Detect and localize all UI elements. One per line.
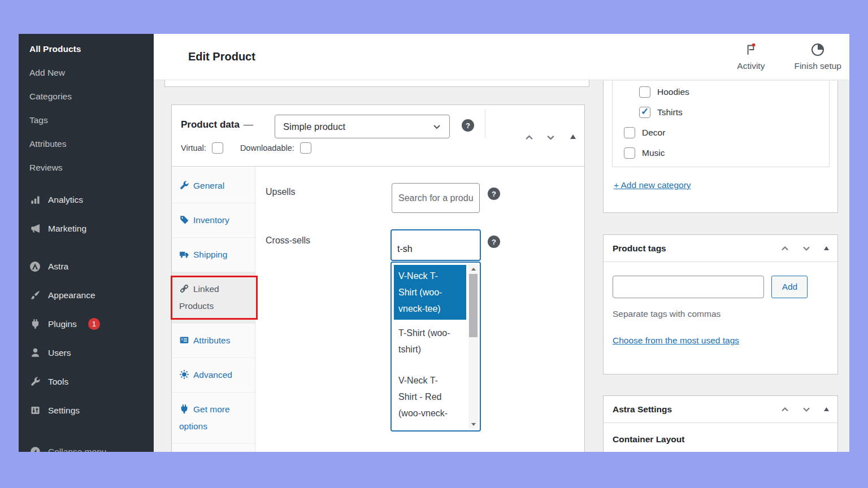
product-title-field-partial[interactable]	[164, 80, 589, 87]
sidebar-item-analytics[interactable]: Analytics	[19, 185, 154, 214]
metabox-move-up-icon[interactable]	[780, 244, 789, 253]
plugins-update-badge: 1	[88, 318, 100, 330]
metabox-toggle-icon[interactable]	[823, 407, 830, 412]
sidebar-item-categories[interactable]: Categories	[19, 85, 154, 108]
upsells-help-icon[interactable]	[488, 188, 500, 200]
tab-inventory[interactable]: Inventory	[172, 203, 255, 238]
tab-linked-products[interactable]: Linked Products	[172, 272, 255, 324]
finish-setup-button[interactable]: Finish setup	[794, 42, 841, 71]
category-checkbox[interactable]	[639, 86, 650, 98]
metabox-move-up-icon[interactable]	[780, 405, 789, 414]
product-type-value: Simple product	[283, 121, 345, 132]
container-layout-label: Container Layout	[604, 423, 837, 445]
sidebar-item-astra[interactable]: Astra	[19, 252, 154, 281]
cross-sells-help-icon[interactable]	[488, 236, 500, 248]
activity-button[interactable]: Activity	[737, 42, 765, 71]
sidebar-item-add-new[interactable]: Add New	[19, 61, 154, 85]
sidebar-item-plugins[interactable]: Plugins 1	[19, 310, 154, 338]
sidebar-item-label: Add New	[29, 68, 65, 78]
sidebar-item-label: Appearance	[48, 290, 96, 300]
sidebar-item-settings[interactable]: Settings	[19, 396, 154, 425]
search-suggestions-dropdown: V-Neck T- Shirt (woo- vneck-tee) T-Shirt…	[390, 262, 481, 432]
metabox-move-down-icon[interactable]	[802, 244, 811, 253]
category-label: Decor	[642, 128, 665, 138]
category-list: Hoodies Tshirts Decor Music	[612, 81, 830, 167]
suggestion-item[interactable]: V-Neck T- Shirt (woo- vneck-tee)	[394, 265, 466, 320]
tab-label: General	[193, 181, 224, 190]
tag-icon	[179, 215, 189, 225]
metabox-move-up-icon[interactable]	[524, 133, 534, 142]
sidebar-item-label: Users	[48, 348, 71, 358]
tab-advanced[interactable]: Advanced	[172, 358, 255, 393]
page-title: Edit Product	[188, 50, 255, 63]
sidebar-item-tools[interactable]: Tools	[19, 367, 154, 396]
category-checkbox[interactable]	[624, 147, 635, 159]
megaphone-icon	[29, 223, 41, 234]
dropdown-scrollbar[interactable]	[468, 264, 478, 429]
virtual-checkbox[interactable]	[212, 142, 223, 154]
sidebar-item-appearance[interactable]: Appearance	[19, 281, 154, 310]
sidebar-item-marketing[interactable]: Marketing	[19, 214, 154, 243]
category-row-hoodies[interactable]: Hoodies	[613, 82, 829, 102]
downloadable-checkbox[interactable]	[300, 142, 311, 154]
category-label: Hoodies	[657, 87, 689, 97]
category-row-music[interactable]: Music	[613, 143, 829, 163]
category-row-tshirts[interactable]: Tshirts	[613, 102, 829, 123]
new-tag-input[interactable]	[613, 276, 764, 298]
sidebar-item-tags[interactable]: Tags	[19, 108, 154, 132]
category-checkbox-checked[interactable]	[639, 107, 650, 118]
paintbrush-icon	[29, 290, 41, 301]
sidebar-item-all-products[interactable]: All Products	[19, 37, 154, 61]
suggestion-line: Shirt - Red	[398, 389, 465, 405]
product-type-help-icon[interactable]	[462, 119, 474, 132]
add-new-category-link[interactable]: + Add new category	[614, 180, 691, 190]
link-icon	[179, 284, 189, 294]
sidebar-item-attributes[interactable]: Attributes	[19, 132, 154, 156]
product-tags-title: Product tags	[613, 243, 666, 254]
scrollbar-up-arrow-icon[interactable]	[468, 264, 478, 273]
product-data-title: Product data—	[181, 119, 253, 130]
sidebar-item-reviews[interactable]: Reviews	[19, 156, 154, 180]
metabox-move-down-icon[interactable]	[802, 405, 811, 414]
sidebar-item-label: Astra	[48, 262, 68, 272]
sidebar-item-label: Analytics	[48, 195, 83, 205]
tab-shipping[interactable]: Shipping	[172, 238, 255, 272]
collapse-menu-button[interactable]: Collapse menu	[19, 437, 154, 452]
list-icon	[179, 335, 189, 345]
suggestion-item[interactable]: T-Shirt (woo- tshirt)	[394, 322, 466, 360]
tags-hint-text: Separate tags with commas	[613, 309, 828, 319]
tab-attributes[interactable]: Attributes	[172, 324, 255, 358]
astra-settings-panel: Astra Settings Container Layout	[603, 395, 838, 452]
add-tag-button[interactable]: Add	[771, 276, 808, 298]
category-checkbox[interactable]	[624, 127, 635, 138]
metabox-toggle-icon[interactable]	[823, 246, 830, 251]
wrench-icon	[179, 180, 189, 190]
suggestion-item[interactable]: V-Neck T- Shirt - Red (woo-vneck-	[394, 369, 466, 424]
product-type-select[interactable]: Simple product	[275, 115, 450, 138]
sidebar-item-label: Marketing	[48, 224, 86, 234]
category-row-decor[interactable]: Decor	[613, 123, 829, 143]
sidebar-item-label: Plugins	[48, 319, 77, 329]
activity-flag-icon	[744, 42, 758, 59]
product-data-title-text: Product data	[181, 119, 240, 130]
sidebar-item-users[interactable]: Users	[19, 338, 154, 367]
upsells-search-input[interactable]	[392, 183, 480, 213]
bar-chart-icon	[29, 194, 41, 206]
cross-sells-label: Cross-sells	[266, 236, 310, 246]
metabox-move-down-icon[interactable]	[546, 133, 555, 142]
product-data-tabs: General Inventory Shipping Linked Produc…	[172, 167, 255, 452]
page-header: Edit Product Activity Finish setup	[154, 34, 849, 80]
upsells-label: Upsells	[266, 187, 295, 197]
user-icon	[29, 347, 41, 359]
scrollbar-thumb[interactable]	[469, 274, 478, 337]
tab-general[interactable]: General	[172, 169, 255, 203]
gear-icon	[179, 369, 189, 380]
most-used-tags-link[interactable]: Choose from the most used tags	[613, 336, 739, 346]
tab-get-more-options[interactable]: Get more options	[172, 393, 255, 444]
chevron-down-icon	[431, 121, 442, 132]
metabox-toggle-icon[interactable]	[570, 134, 576, 140]
suggestion-line: V-Neck T-	[398, 268, 465, 284]
scrollbar-down-arrow-icon[interactable]	[468, 420, 478, 429]
tab-label: Inventory	[193, 215, 229, 225]
cross-sells-search-input[interactable]	[390, 229, 481, 261]
